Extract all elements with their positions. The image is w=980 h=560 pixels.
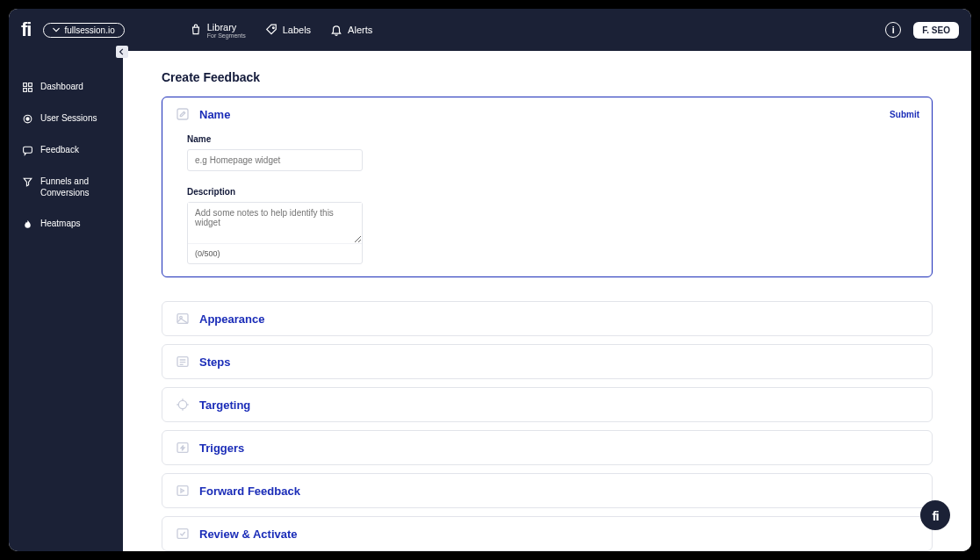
sidebar-item-label: Heatmaps bbox=[40, 218, 81, 229]
svg-rect-3 bbox=[23, 88, 26, 91]
grid-icon bbox=[22, 82, 33, 93]
description-counter: (0/500) bbox=[188, 243, 362, 263]
sidebar-item-label: Dashboard bbox=[40, 81, 83, 92]
section-triggers-title: Triggers bbox=[199, 442, 244, 455]
nav-library[interactable]: Library For Segments bbox=[190, 22, 246, 39]
section-triggers-header[interactable]: Triggers bbox=[162, 431, 932, 464]
bell-icon bbox=[330, 24, 342, 36]
chevron-down-icon bbox=[53, 26, 60, 33]
edit-icon bbox=[176, 107, 190, 121]
sidebar-item-feedback[interactable]: Feedback bbox=[9, 140, 123, 160]
forward-icon bbox=[176, 484, 190, 498]
help-widget[interactable]: fi bbox=[920, 500, 950, 530]
section-review: Review & Activate bbox=[162, 516, 933, 551]
site-selector[interactable]: fullsession.io bbox=[43, 23, 124, 38]
sidebar-item-label: User Sessions bbox=[40, 112, 97, 124]
field-name-label: Name bbox=[187, 134, 907, 144]
section-review-title: Review & Activate bbox=[199, 528, 298, 541]
section-forward-title: Forward Feedback bbox=[199, 485, 300, 498]
sidebar-item-dashboard[interactable]: Dashboard bbox=[9, 77, 123, 97]
image-icon bbox=[176, 312, 190, 326]
main-content: Create Feedback Name Submit Name Descrip… bbox=[123, 51, 971, 551]
nav-alerts[interactable]: Alerts bbox=[330, 24, 372, 36]
topbar: fi fullsession.io Library For Segments L… bbox=[9, 9, 971, 51]
section-forward: Forward Feedback bbox=[162, 473, 933, 508]
name-input[interactable] bbox=[187, 149, 363, 171]
info-icon[interactable]: i bbox=[885, 22, 901, 38]
section-name-title: Name bbox=[199, 108, 230, 121]
nav-library-label: Library bbox=[207, 22, 237, 32]
chat-icon bbox=[22, 145, 33, 156]
svg-rect-14 bbox=[177, 486, 188, 496]
nav-alerts-label: Alerts bbox=[348, 25, 372, 35]
svg-point-12 bbox=[178, 400, 186, 408]
section-targeting-title: Targeting bbox=[199, 398, 250, 412]
submit-button[interactable]: Submit bbox=[890, 110, 919, 119]
user-badge[interactable]: F. SEO bbox=[913, 22, 959, 39]
sidebar-item-user-sessions[interactable]: User Sessions bbox=[9, 109, 123, 128]
top-nav: Library For Segments Labels Alerts bbox=[190, 22, 373, 39]
page-title: Create Feedback bbox=[162, 70, 933, 84]
chevron-left-icon bbox=[119, 48, 126, 55]
target-icon bbox=[22, 113, 33, 125]
svg-rect-8 bbox=[177, 109, 188, 119]
field-description-label: Description bbox=[187, 187, 907, 197]
svg-rect-4 bbox=[28, 88, 32, 91]
svg-rect-2 bbox=[28, 83, 32, 86]
sidebar-item-funnels[interactable]: Funnels and Conversions bbox=[9, 172, 123, 202]
crosshair-icon bbox=[176, 398, 190, 412]
svg-point-6 bbox=[25, 117, 28, 119]
nav-labels[interactable]: Labels bbox=[265, 24, 311, 36]
description-input[interactable] bbox=[188, 203, 362, 243]
section-appearance-header[interactable]: Appearance bbox=[162, 302, 932, 335]
svg-rect-15 bbox=[177, 529, 188, 539]
section-appearance: Appearance bbox=[162, 301, 933, 336]
section-name-header[interactable]: Name Submit bbox=[162, 97, 932, 131]
section-name: Name Submit Name Description (0/500) bbox=[162, 97, 933, 277]
list-icon bbox=[176, 355, 190, 369]
section-steps-title: Steps bbox=[199, 355, 230, 369]
tag-icon bbox=[265, 24, 277, 36]
section-steps: Steps bbox=[162, 344, 933, 379]
nav-library-sub: For Segments bbox=[207, 32, 246, 39]
svg-rect-1 bbox=[23, 83, 26, 86]
section-review-header[interactable]: Review & Activate bbox=[162, 517, 932, 550]
sidebar-item-label: Funnels and Conversions bbox=[40, 176, 111, 198]
funnel-icon bbox=[22, 176, 33, 188]
section-forward-header[interactable]: Forward Feedback bbox=[162, 474, 932, 507]
bag-icon bbox=[190, 24, 202, 36]
section-targeting-header[interactable]: Targeting bbox=[162, 388, 932, 421]
svg-point-0 bbox=[272, 27, 274, 29]
section-triggers: Triggers bbox=[162, 430, 933, 465]
sidebar: Dashboard User Sessions Feedback Funnels… bbox=[9, 51, 123, 551]
check-icon bbox=[176, 527, 190, 541]
section-targeting: Targeting bbox=[162, 387, 933, 422]
logo: fi bbox=[21, 18, 31, 41]
section-appearance-title: Appearance bbox=[199, 312, 264, 326]
sidebar-item-heatmaps[interactable]: Heatmaps bbox=[9, 214, 123, 233]
svg-rect-7 bbox=[23, 147, 32, 153]
bolt-icon bbox=[176, 441, 190, 455]
sidebar-collapse-toggle[interactable] bbox=[116, 46, 128, 58]
flame-icon bbox=[22, 219, 33, 230]
site-selector-label: fullsession.io bbox=[64, 25, 114, 35]
sidebar-item-label: Feedback bbox=[40, 144, 79, 155]
nav-labels-label: Labels bbox=[283, 25, 311, 35]
section-steps-header[interactable]: Steps bbox=[162, 345, 932, 378]
